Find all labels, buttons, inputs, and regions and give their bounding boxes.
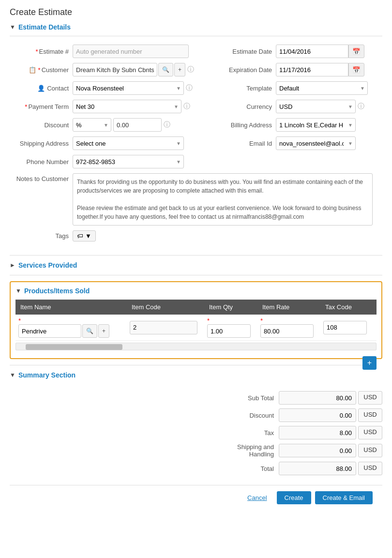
tag-dropdown-arrow: ▼ <box>85 232 91 240</box>
item-code-input[interactable] <box>130 321 197 334</box>
expiration-date-label: Expiration Date <box>223 66 276 74</box>
item-qty-cell: * <box>204 315 257 341</box>
col-header-item-name: Item Name <box>15 300 127 315</box>
services-toggle[interactable]: ► <box>10 262 15 269</box>
col-header-item-rate: Item Rate <box>257 300 320 315</box>
item-rate-input[interactable] <box>260 324 314 338</box>
horizontal-scrollbar[interactable] <box>15 343 377 350</box>
table-row: * 🔍 + * <box>15 315 377 341</box>
estimate-details-toggle[interactable]: ▼ <box>10 24 15 30</box>
template-select[interactable]: Default <box>276 81 368 95</box>
expiration-date-calendar-btn[interactable]: 📅 <box>348 63 364 76</box>
payment-term-select[interactable]: Net 30 <box>73 100 181 113</box>
footer: Cancel Create Create & Email <box>10 485 382 510</box>
products-items-sold-section: ▼ Products/Items Sold Item Name Item Cod… <box>10 281 382 359</box>
shipping-label: Shipping andHandling <box>216 443 279 458</box>
total-currency: USD <box>358 462 382 475</box>
shipping-address-select[interactable]: Select one <box>73 136 184 150</box>
estimate-num-label: *Estimate # <box>15 48 73 55</box>
item-name-search-btn[interactable]: 🔍 <box>82 324 97 338</box>
estimate-details-title: Estimate Details <box>18 23 71 31</box>
summary-row-tax: Tax USD <box>10 426 382 439</box>
currency-select[interactable]: USD <box>276 100 356 113</box>
create-button[interactable]: Create <box>277 491 311 504</box>
email-id-select[interactable]: nova_rosensteel@aol.com <box>276 136 356 150</box>
item-code-cell <box>127 315 204 341</box>
item-name-input[interactable] <box>18 324 81 338</box>
subtotal-currency: USD <box>358 391 382 405</box>
billing-address-select[interactable]: 1 Lincoln St E,Cedar Hill,Texas,United S <box>276 118 356 132</box>
customer-input[interactable] <box>73 63 157 76</box>
item-rate-cell: * <box>257 315 320 341</box>
discount-currency: USD <box>358 408 382 422</box>
col-header-item-code: Item Code <box>127 300 204 315</box>
summary-rows: Sub Total USD Discount USD Tax USD Shipp… <box>10 391 382 475</box>
add-row-btn[interactable]: + <box>362 356 377 370</box>
estimate-num-input[interactable] <box>73 45 189 58</box>
tax-code-cell <box>320 315 377 341</box>
shipping-value[interactable] <box>279 444 356 457</box>
notes-label: Notes to Customer <box>15 173 73 182</box>
discount-label: Discount <box>15 121 73 129</box>
col-header-item-qty: Item Qty <box>204 300 257 315</box>
services-provided-section: ► Services Provided <box>10 261 382 269</box>
item-name-cell: * 🔍 + <box>15 315 127 341</box>
estimate-date-input[interactable] <box>276 45 348 58</box>
phone-number-select[interactable]: 972-852-9853 <box>73 155 184 168</box>
cancel-button[interactable]: Cancel <box>241 491 272 504</box>
products-table-wrap: Item Name Item Code Item Qty Item Rate T… <box>15 300 377 341</box>
tags-label: Tags <box>15 232 73 240</box>
col-header-tax-code: Tax Code <box>320 300 377 315</box>
customer-add-btn[interactable]: + <box>174 63 185 76</box>
subtotal-value[interactable] <box>279 391 356 405</box>
tax-value[interactable] <box>279 426 356 439</box>
items-table: Item Name Item Code Item Qty Item Rate T… <box>15 300 377 341</box>
contact-select[interactable]: Nova Rosensteel <box>73 81 184 95</box>
template-label: Template <box>223 85 276 92</box>
notes-textarea[interactable]: Thanks for providing us the opportunity … <box>73 173 373 226</box>
total-label: Total <box>216 465 279 472</box>
tags-button[interactable]: 🏷 ▼ <box>73 230 96 241</box>
summary-row-shipping: Shipping andHandling USD <box>10 443 382 458</box>
payment-term-label: *Payment Term <box>15 103 73 110</box>
discount-info-icon[interactable]: ⓘ <box>164 121 170 129</box>
tag-icon: 🏷 <box>77 232 83 240</box>
contact-info-icon[interactable]: ⓘ <box>186 84 193 92</box>
tax-label: Tax <box>216 429 279 437</box>
shipping-address-label: Shipping Address <box>15 140 73 147</box>
payment-term-info-icon[interactable]: ⓘ <box>183 102 190 111</box>
products-toggle[interactable]: ▼ <box>15 287 21 294</box>
tax-currency: USD <box>358 426 382 439</box>
page-title: Create Estimate <box>10 7 382 17</box>
discount-sum-value[interactable] <box>279 408 356 422</box>
item-qty-input[interactable] <box>207 324 251 338</box>
customer-search-btn[interactable]: 🔍 <box>158 63 173 76</box>
subtotal-label: Sub Total <box>216 394 279 402</box>
estimate-date-label: Estimate Date <box>223 48 276 55</box>
contact-label: 👤Contact <box>15 85 73 92</box>
total-value[interactable] <box>279 462 356 475</box>
estimate-date-calendar-btn[interactable]: 📅 <box>348 45 364 58</box>
discount-amount-input[interactable] <box>113 118 162 132</box>
summary-row-subtotal: Sub Total USD <box>10 391 382 405</box>
summary-toggle[interactable]: ▼ <box>10 372 15 378</box>
customer-label: 📋*Customer <box>15 66 73 74</box>
services-title: Services Provided <box>18 261 77 269</box>
email-id-label: Email Id <box>223 140 276 147</box>
item-name-add-btn[interactable]: + <box>98 324 109 338</box>
products-title: Products/Items Sold <box>24 287 90 295</box>
estimate-details-section: ▼ Estimate Details *Estimate # Estimate … <box>10 23 382 249</box>
billing-address-label: Billing Address <box>223 121 276 129</box>
currency-label: Currency <box>223 103 276 110</box>
customer-info-icon[interactable]: ⓘ <box>187 65 194 74</box>
expiration-date-input[interactable] <box>276 63 348 76</box>
summary-row-total: Total USD <box>10 462 382 475</box>
currency-info-icon[interactable]: ⓘ <box>358 102 364 111</box>
shipping-currency: USD <box>358 444 382 457</box>
summary-section: ▼ Summary Section Sub Total USD Discount… <box>10 371 382 475</box>
discount-type-select[interactable]: % <box>73 118 111 132</box>
tax-code-input[interactable] <box>323 321 367 334</box>
create-email-button[interactable]: Create & Email <box>315 491 373 504</box>
phone-number-label: Phone Number <box>15 158 73 166</box>
summary-title: Summary Section <box>18 371 75 379</box>
